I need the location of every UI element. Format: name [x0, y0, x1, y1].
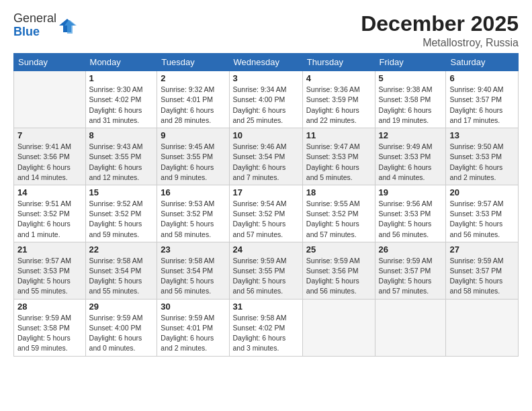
calendar-cell: 18Sunrise: 9:55 AM Sunset: 3:52 PM Dayli…: [302, 185, 375, 242]
calendar-table: SundayMondayTuesdayWednesdayThursdayFrid…: [13, 53, 519, 356]
calendar-cell: 13Sunrise: 9:50 AM Sunset: 3:53 PM Dayli…: [446, 128, 519, 185]
calendar-cell: [14, 71, 86, 128]
calendar-cell: 19Sunrise: 9:56 AM Sunset: 3:53 PM Dayli…: [375, 185, 446, 242]
location-subtitle: Metallostroy, Russia: [361, 37, 519, 49]
day-number: 9: [161, 130, 225, 140]
day-detail: Sunrise: 9:55 AM Sunset: 3:52 PM Dayligh…: [306, 199, 371, 240]
day-detail: Sunrise: 9:50 AM Sunset: 3:53 PM Dayligh…: [449, 142, 515, 183]
day-number: 8: [89, 130, 154, 140]
week-row-2: 7Sunrise: 9:41 AM Sunset: 3:56 PM Daylig…: [14, 128, 519, 185]
calendar-cell: 21Sunrise: 9:57 AM Sunset: 3:53 PM Dayli…: [14, 242, 86, 299]
day-number: 20: [449, 187, 515, 197]
calendar-cell: 14Sunrise: 9:51 AM Sunset: 3:52 PM Dayli…: [14, 185, 86, 242]
week-row-5: 28Sunrise: 9:59 AM Sunset: 3:58 PM Dayli…: [14, 299, 519, 356]
calendar-cell: 25Sunrise: 9:59 AM Sunset: 3:56 PM Dayli…: [302, 242, 375, 299]
day-number: 3: [233, 73, 299, 83]
day-number: 29: [89, 302, 154, 312]
calendar-header-row: SundayMondayTuesdayWednesdayThursdayFrid…: [14, 54, 519, 71]
day-number: 11: [306, 130, 371, 140]
calendar-cell: 5Sunrise: 9:38 AM Sunset: 3:58 PM Daylig…: [375, 71, 446, 128]
col-header-tuesday: Tuesday: [157, 54, 229, 71]
day-detail: Sunrise: 9:59 AM Sunset: 3:55 PM Dayligh…: [233, 256, 299, 297]
day-detail: Sunrise: 9:32 AM Sunset: 4:01 PM Dayligh…: [161, 85, 225, 126]
week-row-4: 21Sunrise: 9:57 AM Sunset: 3:53 PM Dayli…: [14, 242, 519, 299]
calendar-cell: 23Sunrise: 9:58 AM Sunset: 3:54 PM Dayli…: [157, 242, 229, 299]
calendar-cell: 24Sunrise: 9:59 AM Sunset: 3:55 PM Dayli…: [229, 242, 302, 299]
calendar-cell: 10Sunrise: 9:46 AM Sunset: 3:54 PM Dayli…: [229, 128, 302, 185]
calendar-cell: 8Sunrise: 9:43 AM Sunset: 3:55 PM Daylig…: [85, 128, 157, 185]
calendar-cell: 7Sunrise: 9:41 AM Sunset: 3:56 PM Daylig…: [14, 128, 86, 185]
calendar-cell: 31Sunrise: 9:58 AM Sunset: 4:02 PM Dayli…: [229, 299, 302, 356]
day-detail: Sunrise: 9:46 AM Sunset: 3:54 PM Dayligh…: [233, 142, 299, 183]
day-detail: Sunrise: 9:47 AM Sunset: 3:53 PM Dayligh…: [306, 142, 371, 183]
calendar-cell: 3Sunrise: 9:34 AM Sunset: 4:00 PM Daylig…: [229, 71, 302, 128]
day-detail: Sunrise: 9:59 AM Sunset: 3:57 PM Dayligh…: [379, 256, 443, 297]
day-number: 1: [89, 73, 154, 83]
logo-icon: [58, 16, 77, 35]
day-detail: Sunrise: 9:43 AM Sunset: 3:55 PM Dayligh…: [89, 142, 154, 183]
day-number: 14: [17, 187, 82, 197]
logo-blue-text: Blue: [13, 25, 40, 38]
day-detail: Sunrise: 9:49 AM Sunset: 3:53 PM Dayligh…: [379, 142, 443, 183]
day-number: 24: [233, 244, 299, 255]
day-number: 17: [233, 187, 299, 197]
day-detail: Sunrise: 9:59 AM Sunset: 3:56 PM Dayligh…: [306, 256, 371, 297]
day-detail: Sunrise: 9:30 AM Sunset: 4:02 PM Dayligh…: [89, 85, 154, 126]
day-number: 26: [379, 244, 443, 255]
day-number: 6: [449, 73, 515, 83]
calendar-cell: 28Sunrise: 9:59 AM Sunset: 3:58 PM Dayli…: [14, 299, 86, 356]
day-detail: Sunrise: 9:53 AM Sunset: 3:52 PM Dayligh…: [161, 199, 225, 240]
day-number: 7: [17, 130, 82, 140]
col-header-sunday: Sunday: [14, 54, 86, 71]
day-detail: Sunrise: 9:56 AM Sunset: 3:53 PM Dayligh…: [379, 199, 443, 240]
day-detail: Sunrise: 9:58 AM Sunset: 3:54 PM Dayligh…: [161, 256, 225, 297]
logo: General Blue: [13, 12, 77, 39]
day-detail: Sunrise: 9:40 AM Sunset: 3:57 PM Dayligh…: [449, 85, 515, 126]
day-detail: Sunrise: 9:57 AM Sunset: 3:53 PM Dayligh…: [17, 256, 82, 297]
calendar-cell: 4Sunrise: 9:36 AM Sunset: 3:59 PM Daylig…: [302, 71, 375, 128]
day-number: 21: [17, 244, 82, 255]
calendar-cell: 15Sunrise: 9:52 AM Sunset: 3:52 PM Dayli…: [85, 185, 157, 242]
day-number: 18: [306, 187, 371, 197]
day-number: 5: [379, 73, 443, 83]
day-number: 25: [306, 244, 371, 255]
calendar-cell: 27Sunrise: 9:59 AM Sunset: 3:57 PM Dayli…: [446, 242, 519, 299]
day-number: 28: [17, 302, 82, 312]
day-number: 27: [449, 244, 515, 255]
calendar-cell: 1Sunrise: 9:30 AM Sunset: 4:02 PM Daylig…: [85, 71, 157, 128]
day-detail: Sunrise: 9:57 AM Sunset: 3:53 PM Dayligh…: [449, 199, 515, 240]
calendar-cell: 20Sunrise: 9:57 AM Sunset: 3:53 PM Dayli…: [446, 185, 519, 242]
calendar-cell: 11Sunrise: 9:47 AM Sunset: 3:53 PM Dayli…: [302, 128, 375, 185]
day-detail: Sunrise: 9:41 AM Sunset: 3:56 PM Dayligh…: [17, 142, 82, 183]
day-number: 15: [89, 187, 154, 197]
day-detail: Sunrise: 9:54 AM Sunset: 3:52 PM Dayligh…: [233, 199, 299, 240]
day-detail: Sunrise: 9:58 AM Sunset: 4:02 PM Dayligh…: [233, 313, 299, 354]
month-title: December 2025: [361, 12, 519, 36]
day-number: 19: [379, 187, 443, 197]
day-number: 4: [306, 73, 371, 83]
calendar-cell: 17Sunrise: 9:54 AM Sunset: 3:52 PM Dayli…: [229, 185, 302, 242]
day-detail: Sunrise: 9:58 AM Sunset: 3:54 PM Dayligh…: [89, 256, 154, 297]
day-detail: Sunrise: 9:34 AM Sunset: 4:00 PM Dayligh…: [233, 85, 299, 126]
calendar-cell: 6Sunrise: 9:40 AM Sunset: 3:57 PM Daylig…: [446, 71, 519, 128]
day-number: 12: [379, 130, 443, 140]
calendar-cell: 12Sunrise: 9:49 AM Sunset: 3:53 PM Dayli…: [375, 128, 446, 185]
day-number: 2: [161, 73, 225, 83]
day-detail: Sunrise: 9:36 AM Sunset: 3:59 PM Dayligh…: [306, 85, 371, 126]
day-number: 23: [161, 244, 225, 255]
day-detail: Sunrise: 9:45 AM Sunset: 3:55 PM Dayligh…: [161, 142, 225, 183]
day-detail: Sunrise: 9:51 AM Sunset: 3:52 PM Dayligh…: [17, 199, 82, 240]
header: General Blue December 2025 Metallostroy,…: [13, 12, 519, 49]
week-row-1: 1Sunrise: 9:30 AM Sunset: 4:02 PM Daylig…: [14, 71, 519, 128]
week-row-3: 14Sunrise: 9:51 AM Sunset: 3:52 PM Dayli…: [14, 185, 519, 242]
calendar-cell: [375, 299, 446, 356]
day-number: 22: [89, 244, 154, 255]
col-header-thursday: Thursday: [302, 54, 375, 71]
day-detail: Sunrise: 9:59 AM Sunset: 3:57 PM Dayligh…: [449, 256, 515, 297]
day-detail: Sunrise: 9:52 AM Sunset: 3:52 PM Dayligh…: [89, 199, 154, 240]
calendar-cell: 2Sunrise: 9:32 AM Sunset: 4:01 PM Daylig…: [157, 71, 229, 128]
calendar-cell: 9Sunrise: 9:45 AM Sunset: 3:55 PM Daylig…: [157, 128, 229, 185]
col-header-wednesday: Wednesday: [229, 54, 302, 71]
day-detail: Sunrise: 9:38 AM Sunset: 3:58 PM Dayligh…: [379, 85, 443, 126]
day-detail: Sunrise: 9:59 AM Sunset: 3:58 PM Dayligh…: [17, 313, 82, 354]
